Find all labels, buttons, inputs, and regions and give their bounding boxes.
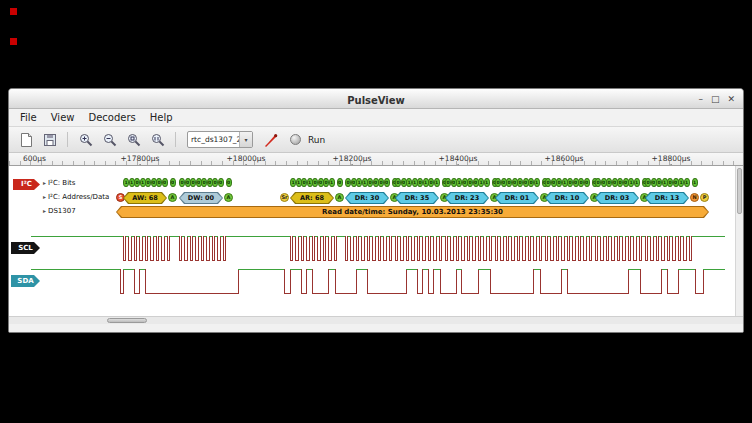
timeline-ruler[interactable]: 600µs +17800µs+18000µs+18200µs+18400µs+1… [9, 153, 743, 166]
save-session-icon [42, 132, 58, 148]
ruler-scale-label: 600µs [23, 154, 46, 163]
zoom-in-button[interactable] [75, 129, 96, 150]
minimize-button[interactable]: – [698, 89, 703, 109]
scl-channel-tag[interactable]: SCL [11, 242, 40, 254]
annotation-label: DR: 10 [546, 193, 588, 203]
ruler-tick-label: +18200µs [333, 154, 372, 163]
bit-annotation[interactable]: 1 [329, 178, 335, 187]
menu-file[interactable]: File [13, 109, 44, 127]
annotation-data-read[interactable]: DR: 35 [395, 192, 439, 204]
recording-marker-icon [10, 38, 17, 45]
annotation-ds1307[interactable]: Read date/time: Sunday, 10.03.2013 23:35… [116, 206, 709, 218]
window-controls: – □ ✕ [698, 89, 735, 109]
maximize-button[interactable]: □ [711, 89, 720, 109]
bits-annotation-row: 1101000000000000001101000100011000000011… [9, 178, 743, 189]
screen-background: PulseView – □ ✕ File View Decoders Help [0, 0, 752, 423]
trace-area[interactable]: I²C ▸I²C: Bits ▸I²C: Address/Data ▸DS130… [9, 166, 743, 316]
expander-icon[interactable]: ▸ [43, 207, 46, 214]
annotation-data-read[interactable]: DR: 13 [645, 192, 689, 204]
ruler-tick-label: +18800µs [652, 154, 691, 163]
bit-annotation[interactable]: 1 [692, 178, 698, 187]
open-file-button[interactable] [15, 129, 36, 150]
annotation-addr-write[interactable]: AW: 68 [123, 192, 167, 204]
decoder-row-label-bits: ▸I²C: Bits [43, 179, 76, 187]
annotation-data-read[interactable]: DR: 23 [445, 192, 489, 204]
bit-annotation[interactable]: 0 [162, 178, 168, 187]
device-selector[interactable]: rtc_ds1307_2… ▾ [187, 131, 253, 148]
ruler-tick-label: +18000µs [227, 154, 266, 163]
menu-help[interactable]: Help [143, 109, 180, 127]
bit-annotation[interactable]: 0 [226, 178, 232, 187]
configure-probes-button[interactable] [260, 129, 281, 150]
status-bar [9, 324, 743, 333]
annotation-data-read[interactable]: DR: 10 [545, 192, 589, 204]
scrollbar-thumb[interactable] [737, 168, 742, 214]
menu-view[interactable]: View [44, 109, 82, 127]
scrollbar-thumb[interactable] [107, 318, 147, 323]
address-data-annotation-row: SAW: 68ADW: 00ASrAR: 68ADR: 30ADR: 35ADR… [9, 192, 743, 205]
annotation-label: AW: 68 [124, 193, 166, 203]
zoom-one-to-one-button[interactable] [147, 129, 168, 150]
run-state-icon [290, 134, 301, 145]
bit-annotation[interactable]: 0 [170, 178, 176, 187]
annotation-nack[interactable]: N [690, 193, 699, 202]
pulseview-window: PulseView – □ ✕ File View Decoders Help [8, 88, 744, 333]
annotation-data-read[interactable]: DR: 30 [345, 192, 389, 204]
annotation-label: DR: 35 [396, 193, 438, 203]
scl-waveform [31, 237, 725, 261]
annotation-label: Read date/time: Sunday, 10.03.2013 23:35… [117, 207, 708, 217]
annotation-addr-read[interactable]: AR: 68 [290, 192, 334, 204]
annotation-label: DR: 03 [596, 193, 638, 203]
bit-annotation[interactable]: 0 [584, 178, 590, 187]
annotation-restart[interactable]: Sr [280, 193, 289, 202]
bit-annotation[interactable]: 1 [634, 178, 640, 187]
bit-annotation[interactable]: 1 [484, 178, 490, 187]
window-title: PulseView [347, 95, 405, 106]
vertical-scrollbar[interactable] [735, 166, 743, 316]
bit-annotation[interactable]: 0 [384, 178, 390, 187]
zoom-in-icon [78, 132, 94, 148]
bit-annotation[interactable]: 0 [218, 178, 224, 187]
zoom-fit-icon [126, 132, 142, 148]
zoom-fit-button[interactable] [123, 129, 144, 150]
annotation-ack[interactable]: A [168, 193, 177, 202]
bit-annotation[interactable]: 1 [534, 178, 540, 187]
save-session-button[interactable] [39, 129, 60, 150]
annotation-stop[interactable]: P [700, 193, 709, 202]
ruler-tick-label: +18600µs [545, 154, 584, 163]
expander-icon[interactable]: ▸ [43, 193, 46, 200]
expander-icon[interactable]: ▸ [43, 179, 46, 186]
decoder-row-label-address-data: ▸I²C: Address/Data [43, 193, 109, 201]
bit-annotation[interactable]: 1 [684, 178, 690, 187]
annotation-label: DR: 01 [496, 193, 538, 203]
device-selector-value: rtc_ds1307_2… [188, 135, 239, 144]
close-button[interactable]: ✕ [727, 89, 735, 109]
run-button[interactable]: Run [308, 135, 325, 145]
annotation-ack[interactable]: A [335, 193, 344, 202]
chevron-down-icon[interactable]: ▾ [239, 132, 252, 147]
toolbar-separator [67, 132, 68, 147]
zoom-one-to-one-icon [150, 132, 166, 148]
open-file-icon [18, 132, 34, 148]
menubar: File View Decoders Help [9, 109, 743, 127]
recording-marker-icon [10, 8, 17, 15]
horizontal-scrollbar[interactable] [9, 316, 743, 324]
annotation-data-write[interactable]: DW: 00 [179, 192, 223, 204]
sda-waveform [31, 270, 725, 294]
toolbar: rtc_ds1307_2… ▾ Run [9, 127, 743, 153]
sda-channel-tag[interactable]: SDA [11, 275, 40, 287]
probe-icon [263, 132, 279, 148]
decoder-row-label-ds1307: ▸DS1307 [43, 207, 76, 215]
bit-annotation[interactable]: 1 [434, 178, 440, 187]
annotation-label: DR: 30 [346, 193, 388, 203]
menu-decoders[interactable]: Decoders [81, 109, 142, 127]
zoom-out-button[interactable] [99, 129, 120, 150]
zoom-out-icon [102, 132, 118, 148]
annotation-data-read[interactable]: DR: 01 [495, 192, 539, 204]
bit-annotation[interactable]: 0 [337, 178, 343, 187]
titlebar[interactable]: PulseView – □ ✕ [9, 89, 743, 109]
annotation-ack[interactable]: A [224, 193, 233, 202]
annotation-data-read[interactable]: DR: 03 [595, 192, 639, 204]
ruler-tick-label: +17800µs [121, 154, 160, 163]
toolbar-separator [175, 132, 176, 147]
